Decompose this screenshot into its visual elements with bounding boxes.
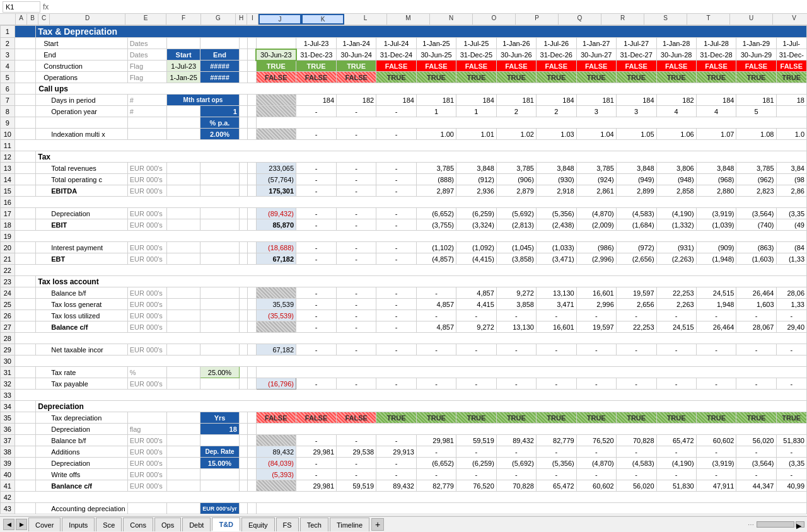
r41-h xyxy=(239,480,247,492)
col-b[interactable]: B xyxy=(27,14,38,25)
r26-f xyxy=(167,310,200,321)
r31-g: 25.00% xyxy=(200,367,240,378)
col-v[interactable]: V xyxy=(773,14,807,25)
tab-debt[interactable]: Debt xyxy=(182,518,211,531)
col-n[interactable]: N xyxy=(430,14,473,25)
r13-s: 3,848 xyxy=(616,163,656,174)
formula-input[interactable] xyxy=(51,3,804,11)
r27-n: 4,857 xyxy=(416,321,456,333)
r43-d: Accounting depreciation xyxy=(36,503,127,514)
tab-td[interactable]: T&D xyxy=(212,518,240,531)
r38-k: 29,981 xyxy=(296,446,337,458)
r3-h xyxy=(239,49,247,61)
tab-equity[interactable]: Equity xyxy=(241,518,275,531)
r25-r: 2,996 xyxy=(576,299,616,310)
r5-q: TRUE xyxy=(536,72,576,83)
r41-f xyxy=(167,480,200,492)
table-row: 12 Tax xyxy=(1,151,807,163)
col-r[interactable]: R xyxy=(601,14,644,25)
more-options-icon[interactable]: ⋯ xyxy=(748,521,754,528)
tab-inputs[interactable]: Inputs xyxy=(62,518,95,531)
scroll-right-btn[interactable]: ▶ xyxy=(796,521,804,528)
tab-nav-left[interactable]: ◀ xyxy=(3,519,15,530)
r4-r: FALSE xyxy=(576,61,616,72)
grid[interactable]: 1 Tax & Depreciation 2 Start Dates 1-Jul… xyxy=(0,25,807,516)
col-a[interactable]: A xyxy=(16,14,27,25)
r7-p: 181 xyxy=(496,95,536,106)
r35-g: Yrs xyxy=(200,412,240,424)
col-o[interactable]: O xyxy=(473,14,516,25)
r31-i xyxy=(248,367,256,378)
col-j[interactable]: J xyxy=(258,14,301,25)
r35-v: TRUE xyxy=(736,412,776,424)
col-k[interactable]: K xyxy=(301,14,344,25)
r32-w: - xyxy=(776,378,807,390)
horizontal-scrollbar[interactable] xyxy=(757,521,794,528)
r6-abc xyxy=(15,83,36,95)
add-sheet-button[interactable]: + xyxy=(371,518,384,531)
r32-s: - xyxy=(616,378,656,390)
r38-abc xyxy=(15,446,36,458)
table-row: 43 Accounting depreciation EUR 000's/yr xyxy=(1,503,807,514)
table-row: 23 Tax loss account xyxy=(1,276,807,287)
r32-m: - xyxy=(376,378,417,390)
tab-cons[interactable]: Cons xyxy=(123,518,153,531)
tab-fs[interactable]: FS xyxy=(276,518,299,531)
r40-q: - xyxy=(536,469,576,480)
table-row: 14 Total operating c EUR 000's (57,764) … xyxy=(1,174,807,185)
r38-q: - xyxy=(536,446,576,458)
r20-w: (84 xyxy=(776,242,807,253)
r20-p: (1,045) xyxy=(496,242,536,253)
col-l[interactable]: L xyxy=(344,14,387,25)
r27-d: Balance c/f xyxy=(36,321,127,333)
r18-s: (1,684) xyxy=(616,219,656,231)
name-box[interactable] xyxy=(3,1,40,13)
tab-cover[interactable]: Cover xyxy=(28,518,61,531)
col-i[interactable]: I xyxy=(247,14,258,25)
r40-p: - xyxy=(496,469,536,480)
r35-h xyxy=(239,412,247,424)
r2-q: 1-Jul-26 xyxy=(536,38,576,49)
tab-tech[interactable]: Tech xyxy=(300,518,328,531)
col-q[interactable]: Q xyxy=(559,14,601,25)
col-h[interactable]: H xyxy=(236,14,247,25)
tab-sce[interactable]: Sce xyxy=(96,518,122,531)
tab-nav-right[interactable]: ▶ xyxy=(16,519,27,530)
r3-t: 30-Jun-28 xyxy=(656,49,696,61)
col-m[interactable]: M xyxy=(387,14,430,25)
col-g[interactable]: G xyxy=(201,14,236,25)
r35-i xyxy=(248,412,256,424)
r15-g xyxy=(200,185,240,197)
r4-d: Construction xyxy=(36,61,127,72)
tab-timeline[interactable]: Timeline xyxy=(330,518,369,531)
col-u[interactable]: U xyxy=(730,14,773,25)
r3-l: 30-Jun-24 xyxy=(337,49,376,61)
col-e[interactable]: E xyxy=(125,14,166,25)
r26-k: - xyxy=(296,310,337,321)
r41-p: 70,828 xyxy=(496,480,536,492)
r39-abc xyxy=(15,458,36,469)
col-p[interactable]: P xyxy=(516,14,559,25)
r32-e: EUR 000's xyxy=(127,378,167,390)
col-s[interactable]: S xyxy=(644,14,687,25)
tab-ops[interactable]: Ops xyxy=(154,518,181,531)
r29-g xyxy=(200,344,240,356)
r10-l: - xyxy=(337,129,376,140)
r3-w: 31-Dec- xyxy=(776,49,807,61)
r8-t: 4 xyxy=(656,106,696,117)
r25-abc xyxy=(15,299,36,310)
col-t[interactable]: T xyxy=(687,14,730,25)
r10-q: 1.03 xyxy=(536,129,576,140)
r9-h xyxy=(239,117,247,129)
r4-p: FALSE xyxy=(496,61,536,72)
r2-abc xyxy=(15,38,36,49)
r41-e: EUR 000's xyxy=(127,480,167,492)
col-c[interactable]: C xyxy=(38,14,50,25)
r39-g: 15.00% xyxy=(200,458,240,469)
r21-m: - xyxy=(376,253,417,265)
col-d[interactable]: D xyxy=(50,14,125,25)
r17-n: (6,652) xyxy=(416,208,456,219)
col-f[interactable]: F xyxy=(166,14,201,25)
table-row: 38 Additions EUR 000's Dep. Rate 89,432 … xyxy=(1,446,807,458)
r25-k: - xyxy=(296,299,337,310)
